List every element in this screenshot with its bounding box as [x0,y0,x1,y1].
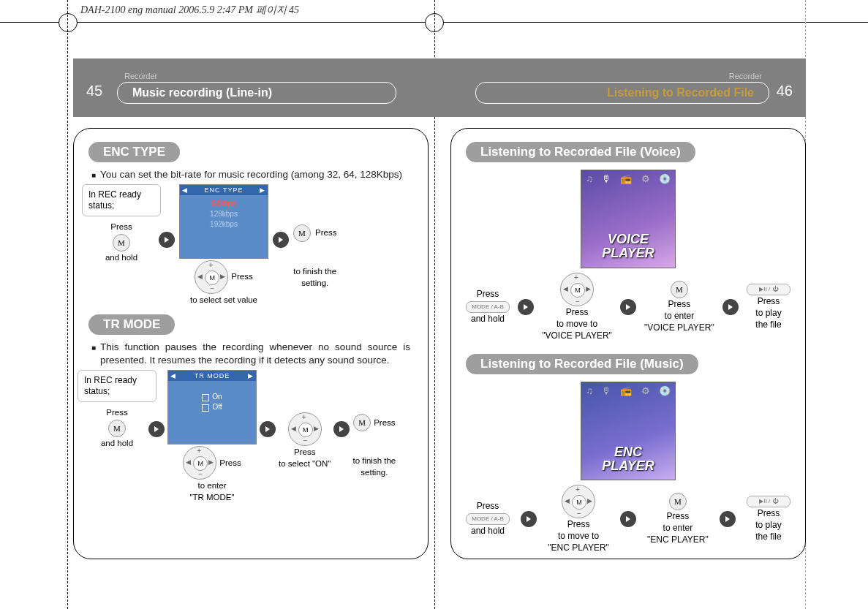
v-s4-press: Press [758,297,780,307]
bullet-square-icon: ■ [91,170,96,181]
tr-step1-hold: and hold [101,439,133,449]
tr-step3-cap: to select "ON" [279,459,331,469]
m-s2-press: Press [567,520,590,530]
arrow-right-icon [521,511,537,527]
tr-mode-desc: This function pauses the recording whene… [100,341,410,367]
enc-player-screen: ♫ 🎙 📻 ⚙ 💿 ENC PLAYER [581,382,676,480]
tr-mode-label: TR MODE [88,314,175,335]
enc-step3-press: Press [315,228,336,238]
enc-step2-press: Press [231,272,252,282]
v-s2-c: "VOICE PLAYER" [542,331,612,341]
v-s1-press: Press [477,290,499,300]
section-label-right: Recorder [729,72,762,80]
m-s1-press: Press [477,502,499,512]
m-button-icon: M [113,234,130,251]
dpad-icon: M+−◀▶ [288,412,322,446]
tr-callout: In REC ready status; [78,370,156,402]
arrow-right-icon [333,421,350,437]
enc-type-screen: ◀ENC TYPE▶ 64kbps 128kbps 192kbps [179,184,268,259]
music-note-icon: ♫ [586,173,593,184]
tr-step4-cap-b: setting. [361,468,388,478]
dpad-icon: M+−◀▶ [562,485,595,518]
v-s2-press: Press [566,308,589,318]
bullet-square-icon: ■ [91,343,96,367]
tr-step4-cap-a: to finish the [352,456,396,466]
arrow-right-icon [148,421,165,437]
arrow-right-icon [260,421,276,437]
listen-music-section: Listening to Recorded File (Music) ♫ 🎙 📻… [466,354,790,553]
enc-type-label: ENC TYPE [88,142,180,162]
arrow-right-icon [722,299,739,315]
enc-step3-cap-a: to finish the [293,267,336,277]
dpad-icon: M+−◀▶ [183,446,216,480]
m-button-icon: M [669,493,687,510]
tr-step2-cap-a: to enter [198,481,227,491]
crop-vertical-left [67,0,68,609]
m-s3-press: Press [667,512,690,522]
enc-step2-cap: to select set value [190,295,257,306]
mic-icon: 🎙 [602,385,611,396]
m-s2-b: to move to [558,532,599,542]
m-s4-press: Press [758,509,780,519]
enc-step1-press: Press [110,222,132,232]
disc-icon: 💿 [659,385,671,396]
m-s1-hold: and hold [471,526,505,537]
listen-voice-section: Listening to Recorded File (Voice) ♫ 🎙 📻… [466,142,790,341]
tr-step2-press: Press [219,458,241,469]
document-filename-header: DAH-2100 eng manual 2006.5.9 2:47 PM 페이지… [80,4,299,17]
m-s4-b: to play [755,521,781,531]
voice-player-screen: ♫ 🎙 📻 ⚙ 💿 VOICE PLAYER [581,170,676,268]
m-button-icon: M [353,414,371,431]
listen-voice-label: Listening to Recorded File (Voice) [466,142,695,162]
play-power-button-icon: ▶II / ⏻ [747,496,790,507]
arrow-right-icon [620,511,636,527]
play-power-button-icon: ▶II / ⏻ [747,284,790,295]
v-s3-press: Press [668,300,691,310]
page-title-left: Music recording (Line-in) [117,82,396,104]
v-s1-hold: and hold [471,314,505,325]
header-band: Recorder 45 Music recording (Line-in) Re… [73,58,806,117]
section-label-left: Recorder [124,72,157,80]
m-s3-c: "ENC PLAYER" [647,535,709,545]
v-s4-c: the file [755,320,781,330]
arrow-right-icon [620,299,636,315]
v-s3-b: to enter [665,311,695,322]
page-number-left: 45 [86,83,102,99]
page-46: Listening to Recorded File (Voice) ♫ 🎙 📻… [450,128,806,587]
dpad-icon: M+−◀▶ [195,260,228,294]
m-s4-c: the file [755,532,781,542]
gear-icon: ⚙ [641,173,650,184]
enc-callout: In REC ready status; [82,184,161,216]
tr-mode-screen: ◀TR MODE▶ On Off [167,370,257,445]
enc-type-desc: You can set the bit-rate for music recor… [100,168,402,181]
mode-ab-button-icon: MODE / A-B [466,513,510,525]
m-button-icon: M [108,420,126,437]
enc-step3-cap-b: setting. [301,279,328,289]
page-number-right: 46 [777,83,793,99]
tr-step4-press: Press [374,418,395,428]
page-title-right: Listening to Recorded File [475,82,769,104]
radio-icon: 📻 [620,385,632,396]
gear-icon: ⚙ [641,385,650,396]
arrow-right-icon [159,232,175,248]
m-s3-b: to enter [663,523,693,534]
dpad-icon: M+−◀▶ [560,273,594,306]
enc-type-section: ENC TYPE ■ You can set the bit-rate for … [88,142,413,306]
radio-icon: 📻 [620,173,632,184]
arrow-right-icon [518,299,534,315]
mode-ab-button-icon: MODE / A-B [466,301,510,313]
v-s3-c: "VOICE PLAYER" [644,323,714,333]
m-s2-c: "ENC PLAYER" [548,543,609,553]
v-s4-b: to play [755,309,781,319]
m-button-icon: M [671,281,688,298]
tr-mode-section: TR MODE ■ This function pauses the recor… [88,314,413,503]
tr-step1-press: Press [106,408,127,418]
music-note-icon: ♫ [586,385,593,396]
tr-step2-cap-b: "TR MODE" [189,493,234,503]
enc-step1-hold: and hold [105,253,137,263]
tr-step3-press: Press [294,447,315,458]
arrow-right-icon [273,232,289,248]
v-s2-b: to move to [556,319,597,330]
disc-icon: 💿 [659,173,671,184]
listen-music-label: Listening to Recorded File (Music) [466,354,698,374]
